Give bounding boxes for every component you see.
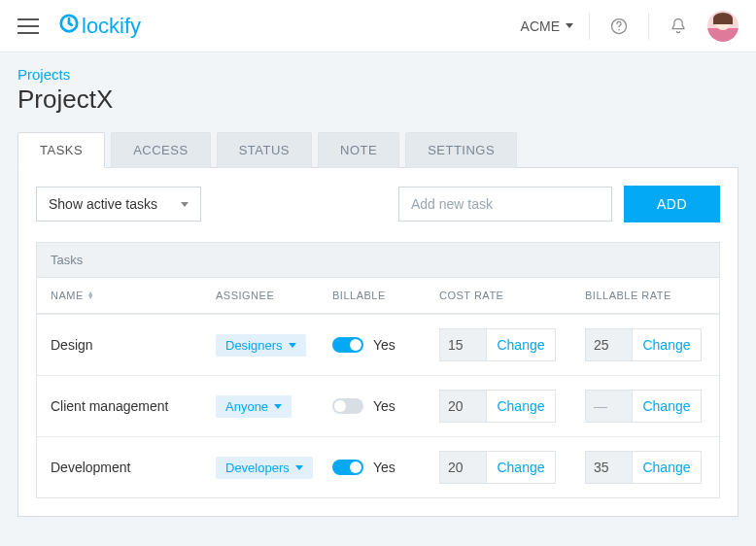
task-name[interactable]: Development: [51, 460, 216, 475]
page-title: ProjectX: [17, 85, 739, 115]
add-button[interactable]: ADD: [624, 186, 720, 222]
table-row: Development Developers Yes 20 Change 35 …: [37, 436, 719, 497]
workspace-selector[interactable]: ACME: [521, 18, 573, 34]
chevron-down-icon: [295, 465, 303, 470]
cost-rate-change[interactable]: Change: [487, 398, 555, 414]
tab-status[interactable]: STATUS: [217, 132, 312, 168]
logo[interactable]: lockify: [58, 13, 141, 40]
billable-toggle[interactable]: [332, 460, 363, 475]
cost-rate-value: 20: [440, 452, 487, 483]
billable-label: Yes: [373, 337, 395, 353]
logo-clock-icon: [58, 13, 80, 40]
task-name[interactable]: Client management: [51, 398, 216, 414]
task-name[interactable]: Design: [51, 337, 216, 353]
tasks-table: Tasks NAME ▲▼ ASSIGNEE BILLABLE COST RAT…: [36, 242, 720, 498]
billable-label: Yes: [373, 460, 395, 475]
col-name[interactable]: NAME ▲▼: [51, 290, 216, 301]
cost-rate-cell: 20 Change: [439, 390, 556, 423]
tab-note[interactable]: NOTE: [318, 132, 399, 168]
app-header: lockify ACME: [0, 0, 756, 52]
tab-tasks[interactable]: TASKS: [17, 132, 105, 168]
billable-rate-value: —: [586, 391, 633, 422]
cost-rate-value: 20: [440, 391, 487, 422]
cost-rate-change[interactable]: Change: [487, 337, 555, 353]
billable-rate-cell: 35 Change: [585, 451, 702, 484]
chevron-down-icon: [566, 23, 573, 28]
chevron-down-icon: [289, 343, 296, 348]
logo-text: lockify: [82, 14, 141, 39]
cost-rate-cell: 20 Change: [439, 451, 556, 484]
toolbar: Show active tasks ADD: [36, 186, 720, 222]
chevron-down-icon: [274, 404, 282, 409]
divider: [648, 13, 649, 40]
billable-toggle[interactable]: [332, 337, 363, 353]
tasks-panel: Show active tasks ADD Tasks NAME ▲▼ ASSI…: [17, 167, 739, 517]
cost-rate-change[interactable]: Change: [487, 460, 555, 475]
svg-point-2: [618, 29, 620, 31]
billable-rate-cell: — Change: [585, 390, 702, 423]
billable-rate-cell: 25 Change: [585, 328, 702, 361]
cost-rate-cell: 15 Change: [439, 328, 556, 361]
help-icon[interactable]: [605, 13, 633, 40]
tabs: TASKS ACCESS STATUS NOTE SETTINGS: [17, 132, 739, 168]
table-row: Client management Anyone Yes 20 Change —…: [37, 375, 719, 436]
assignee-selector[interactable]: Anyone: [216, 395, 292, 418]
col-assignee: ASSIGNEE: [216, 290, 332, 301]
filter-dropdown[interactable]: Show active tasks: [36, 187, 201, 222]
workspace-name: ACME: [521, 18, 560, 34]
chevron-down-icon: [181, 202, 189, 207]
breadcrumb[interactable]: Projects: [17, 66, 739, 83]
billable-label: Yes: [373, 398, 395, 414]
table-header: NAME ▲▼ ASSIGNEE BILLABLE COST RATE BILL…: [37, 278, 719, 314]
billable-toggle[interactable]: [332, 398, 363, 414]
col-cost: COST RATE: [439, 290, 585, 301]
billable-rate-change[interactable]: Change: [633, 337, 701, 353]
cost-rate-value: 15: [440, 329, 487, 360]
tab-settings[interactable]: SETTINGS: [405, 132, 517, 168]
col-billable-rate: BILLABLE RATE: [585, 290, 731, 301]
assignee-selector[interactable]: Developers: [216, 457, 313, 479]
col-billable: BILLABLE: [332, 290, 439, 301]
tab-access[interactable]: ACCESS: [111, 132, 210, 168]
bell-icon[interactable]: [665, 13, 692, 40]
divider: [589, 13, 590, 40]
new-task-input[interactable]: [398, 187, 612, 222]
table-row: Design Designers Yes 15 Change 25 Change: [37, 314, 719, 375]
table-title: Tasks: [37, 243, 719, 278]
billable-rate-value: 25: [586, 329, 633, 360]
menu-icon[interactable]: [17, 18, 39, 34]
avatar[interactable]: [707, 11, 739, 42]
billable-rate-change[interactable]: Change: [633, 460, 701, 475]
assignee-selector[interactable]: Designers: [216, 334, 306, 357]
sort-icon: ▲▼: [87, 291, 94, 299]
filter-label: Show active tasks: [49, 196, 157, 212]
billable-rate-change[interactable]: Change: [633, 398, 701, 414]
billable-rate-value: 35: [586, 452, 633, 483]
